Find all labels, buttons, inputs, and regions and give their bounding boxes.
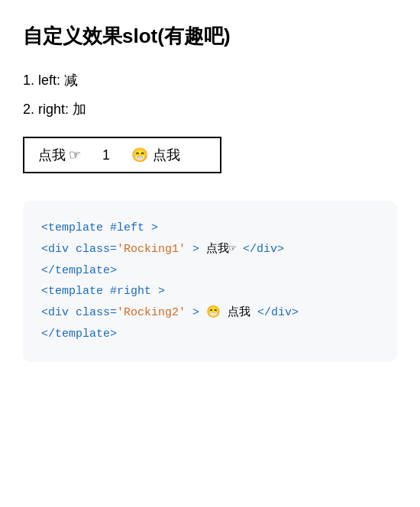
template-close-2: > [158, 285, 165, 298]
page-title: 自定义效果slot(有趣吧) [23, 23, 397, 50]
template-close-1: > [151, 221, 158, 234]
code-block: <template #left > <div class='Rocking1' … [23, 201, 397, 362]
left-attr: #left [103, 221, 151, 234]
class-attr-1: class= [69, 243, 117, 256]
class-attr-2: class= [69, 306, 117, 319]
div-content-1: 点我☞ [199, 243, 243, 256]
demo-box: 点我☞ 1 😁点我 [23, 137, 221, 173]
template-open-tag-1: <template [41, 221, 103, 234]
demo-wrapper: 点我☞ 1 😁点我 [23, 137, 397, 173]
div-close-2: > [186, 306, 199, 319]
right-icon: 😁 [131, 147, 148, 163]
code-line-1: <template #left > [41, 218, 379, 239]
div-end-tag-1: </div> [243, 243, 284, 256]
div-open-tag-1: <div [41, 243, 69, 256]
left-button[interactable]: 点我☞ [38, 146, 81, 164]
div-open-tag-2: <div [41, 306, 69, 319]
template-open-tag-2: <template [41, 285, 103, 298]
right-button[interactable]: 😁点我 [131, 146, 180, 164]
left-btn-text: 点我 [38, 146, 66, 164]
code-line-4: <template #right > [41, 281, 379, 302]
code-line-5: <div class='Rocking2' > 😁 点我 </div> [41, 302, 379, 324]
code-line-2: <div class='Rocking1' > 点我☞ </div> [41, 239, 379, 260]
class-val-1: 'Rocking1' [117, 243, 186, 256]
template-end-tag-1: </template> [41, 264, 117, 277]
template-end-tag-2: </template> [41, 328, 117, 341]
left-icon: ☞ [69, 147, 81, 163]
code-line-3: </template> [41, 260, 379, 282]
div-content-2: 😁 点我 [199, 306, 257, 319]
code-line-6: </template> [41, 324, 379, 345]
list-item-2: 2. right: 加 [23, 100, 397, 118]
right-btn-text: 点我 [153, 146, 180, 164]
list-item-1: 1. left: 减 [23, 71, 397, 89]
class-val-2: 'Rocking2' [117, 306, 186, 319]
div-end-tag-2: </div> [257, 306, 299, 319]
count-display: 1 [102, 147, 110, 163]
right-attr: #right [103, 285, 158, 298]
div-close-1: > [186, 243, 199, 256]
